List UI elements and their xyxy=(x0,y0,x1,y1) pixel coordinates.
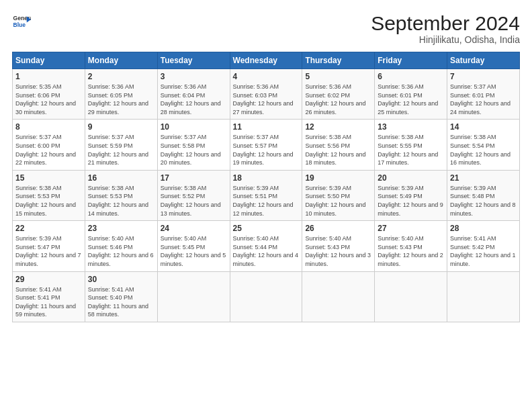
day-number: 22 xyxy=(15,224,82,233)
calendar-day-cell: 6Sunrise: 5:36 AM Sunset: 6:01 PM Daylig… xyxy=(375,69,447,120)
day-info: Sunrise: 5:39 AM Sunset: 5:49 PM Dayligh… xyxy=(378,184,444,218)
svg-text:Blue: Blue xyxy=(13,21,26,28)
header: General Blue September 2024 Hinjilikatu,… xyxy=(12,12,520,45)
day-number: 2 xyxy=(88,72,154,81)
day-info: Sunrise: 5:40 AM Sunset: 5:43 PM Dayligh… xyxy=(305,234,371,268)
calendar-day-cell: 11Sunrise: 5:37 AM Sunset: 5:57 PM Dayli… xyxy=(230,120,302,170)
day-number: 1 xyxy=(15,72,82,81)
day-number: 4 xyxy=(233,72,300,81)
calendar-page: General Blue September 2024 Hinjilikatu,… xyxy=(0,0,532,329)
calendar-day-cell xyxy=(157,271,230,322)
day-number: 18 xyxy=(233,173,300,183)
calendar-day-cell: 8Sunrise: 5:37 AM Sunset: 6:00 PM Daylig… xyxy=(13,120,85,170)
day-info: Sunrise: 5:38 AM Sunset: 5:53 PM Dayligh… xyxy=(88,184,154,218)
col-monday: Monday xyxy=(85,52,157,69)
day-info: Sunrise: 5:41 AM Sunset: 5:41 PM Dayligh… xyxy=(15,285,82,319)
calendar-day-cell: 17Sunrise: 5:38 AM Sunset: 5:52 PM Dayli… xyxy=(157,170,230,220)
day-info: Sunrise: 5:38 AM Sunset: 5:54 PM Dayligh… xyxy=(450,133,517,167)
day-info: Sunrise: 5:37 AM Sunset: 6:00 PM Dayligh… xyxy=(15,133,82,167)
day-number: 17 xyxy=(161,173,227,183)
col-friday: Friday xyxy=(375,52,447,69)
calendar-day-cell xyxy=(302,271,375,322)
calendar-day-cell xyxy=(447,271,520,322)
col-tuesday: Tuesday xyxy=(157,52,230,69)
day-info: Sunrise: 5:40 AM Sunset: 5:46 PM Dayligh… xyxy=(88,234,154,268)
calendar-day-cell: 28Sunrise: 5:41 AM Sunset: 5:42 PM Dayli… xyxy=(447,221,520,271)
day-number: 11 xyxy=(233,122,300,132)
col-saturday: Saturday xyxy=(447,52,520,69)
day-number: 8 xyxy=(15,122,82,132)
calendar-day-cell: 29Sunrise: 5:41 AM Sunset: 5:41 PM Dayli… xyxy=(13,271,85,322)
calendar-day-cell: 5Sunrise: 5:36 AM Sunset: 6:02 PM Daylig… xyxy=(302,69,375,120)
day-number: 5 xyxy=(305,72,371,81)
calendar-day-cell: 24Sunrise: 5:40 AM Sunset: 5:45 PM Dayli… xyxy=(157,221,230,271)
calendar-day-cell: 18Sunrise: 5:39 AM Sunset: 5:51 PM Dayli… xyxy=(230,170,302,220)
calendar-week-row: 15Sunrise: 5:38 AM Sunset: 5:53 PM Dayli… xyxy=(13,170,520,220)
day-info: Sunrise: 5:36 AM Sunset: 6:02 PM Dayligh… xyxy=(305,83,371,116)
day-number: 27 xyxy=(378,224,444,233)
day-number: 14 xyxy=(450,122,517,132)
day-info: Sunrise: 5:37 AM Sunset: 5:58 PM Dayligh… xyxy=(161,133,227,167)
day-number: 29 xyxy=(15,275,82,284)
logo-icon: General Blue xyxy=(12,12,31,31)
day-info: Sunrise: 5:40 AM Sunset: 5:43 PM Dayligh… xyxy=(378,234,444,268)
day-number: 30 xyxy=(88,275,154,284)
calendar-day-cell: 25Sunrise: 5:40 AM Sunset: 5:44 PM Dayli… xyxy=(230,221,302,271)
day-number: 20 xyxy=(378,173,444,183)
calendar-day-cell: 12Sunrise: 5:38 AM Sunset: 5:56 PM Dayli… xyxy=(302,120,375,170)
calendar-day-cell: 22Sunrise: 5:39 AM Sunset: 5:47 PM Dayli… xyxy=(13,221,85,271)
col-thursday: Thursday xyxy=(302,52,375,69)
day-info: Sunrise: 5:41 AM Sunset: 5:40 PM Dayligh… xyxy=(88,285,154,319)
calendar-day-cell: 13Sunrise: 5:38 AM Sunset: 5:55 PM Dayli… xyxy=(375,120,447,170)
day-number: 3 xyxy=(161,72,227,81)
day-number: 28 xyxy=(450,224,517,233)
calendar-day-cell: 21Sunrise: 5:39 AM Sunset: 5:48 PM Dayli… xyxy=(447,170,520,220)
day-info: Sunrise: 5:37 AM Sunset: 5:57 PM Dayligh… xyxy=(233,133,300,167)
col-sunday: Sunday xyxy=(13,52,85,69)
calendar-table: Sunday Monday Tuesday Wednesday Thursday… xyxy=(12,52,520,322)
day-info: Sunrise: 5:36 AM Sunset: 6:05 PM Dayligh… xyxy=(88,83,154,116)
day-number: 10 xyxy=(161,122,227,132)
day-info: Sunrise: 5:38 AM Sunset: 5:56 PM Dayligh… xyxy=(305,133,371,167)
calendar-week-row: 22Sunrise: 5:39 AM Sunset: 5:47 PM Dayli… xyxy=(13,221,520,271)
day-info: Sunrise: 5:35 AM Sunset: 6:06 PM Dayligh… xyxy=(15,83,82,116)
calendar-day-cell: 9Sunrise: 5:37 AM Sunset: 5:59 PM Daylig… xyxy=(85,120,157,170)
calendar-day-cell: 19Sunrise: 5:39 AM Sunset: 5:50 PM Dayli… xyxy=(302,170,375,220)
day-info: Sunrise: 5:36 AM Sunset: 6:04 PM Dayligh… xyxy=(161,83,227,116)
calendar-day-cell: 1Sunrise: 5:35 AM Sunset: 6:06 PM Daylig… xyxy=(13,69,85,120)
day-info: Sunrise: 5:41 AM Sunset: 5:42 PM Dayligh… xyxy=(450,234,517,268)
calendar-day-cell xyxy=(230,271,302,322)
day-info: Sunrise: 5:40 AM Sunset: 5:45 PM Dayligh… xyxy=(161,234,227,268)
calendar-week-row: 29Sunrise: 5:41 AM Sunset: 5:41 PM Dayli… xyxy=(13,271,520,322)
day-number: 25 xyxy=(233,224,300,233)
calendar-day-cell: 30Sunrise: 5:41 AM Sunset: 5:40 PM Dayli… xyxy=(85,271,157,322)
calendar-day-cell: 10Sunrise: 5:37 AM Sunset: 5:58 PM Dayli… xyxy=(157,120,230,170)
day-info: Sunrise: 5:39 AM Sunset: 5:50 PM Dayligh… xyxy=(305,184,371,218)
day-number: 19 xyxy=(305,173,371,183)
month-title: September 2024 xyxy=(371,12,520,34)
calendar-day-cell: 23Sunrise: 5:40 AM Sunset: 5:46 PM Dayli… xyxy=(85,221,157,271)
calendar-day-cell: 27Sunrise: 5:40 AM Sunset: 5:43 PM Dayli… xyxy=(375,221,447,271)
day-info: Sunrise: 5:36 AM Sunset: 6:03 PM Dayligh… xyxy=(233,83,300,116)
location-subtitle: Hinjilikatu, Odisha, India xyxy=(371,34,520,45)
day-number: 13 xyxy=(378,122,444,132)
calendar-day-cell: 20Sunrise: 5:39 AM Sunset: 5:49 PM Dayli… xyxy=(375,170,447,220)
col-wednesday: Wednesday xyxy=(230,52,302,69)
day-number: 26 xyxy=(305,224,371,233)
day-info: Sunrise: 5:37 AM Sunset: 5:59 PM Dayligh… xyxy=(88,133,154,167)
day-number: 23 xyxy=(88,224,154,233)
day-number: 15 xyxy=(15,173,82,183)
calendar-day-cell: 26Sunrise: 5:40 AM Sunset: 5:43 PM Dayli… xyxy=(302,221,375,271)
day-info: Sunrise: 5:38 AM Sunset: 5:55 PM Dayligh… xyxy=(378,133,444,167)
day-info: Sunrise: 5:40 AM Sunset: 5:44 PM Dayligh… xyxy=(233,234,300,268)
day-info: Sunrise: 5:36 AM Sunset: 6:01 PM Dayligh… xyxy=(378,83,444,116)
calendar-week-row: 1Sunrise: 5:35 AM Sunset: 6:06 PM Daylig… xyxy=(13,69,520,120)
day-info: Sunrise: 5:38 AM Sunset: 5:53 PM Dayligh… xyxy=(15,184,82,218)
day-info: Sunrise: 5:39 AM Sunset: 5:48 PM Dayligh… xyxy=(450,184,517,218)
day-info: Sunrise: 5:39 AM Sunset: 5:47 PM Dayligh… xyxy=(15,234,82,268)
day-info: Sunrise: 5:38 AM Sunset: 5:52 PM Dayligh… xyxy=(161,184,227,218)
calendar-day-cell: 2Sunrise: 5:36 AM Sunset: 6:05 PM Daylig… xyxy=(85,69,157,120)
day-number: 21 xyxy=(450,173,517,183)
day-info: Sunrise: 5:37 AM Sunset: 6:01 PM Dayligh… xyxy=(450,83,517,116)
header-row: Sunday Monday Tuesday Wednesday Thursday… xyxy=(13,52,520,69)
